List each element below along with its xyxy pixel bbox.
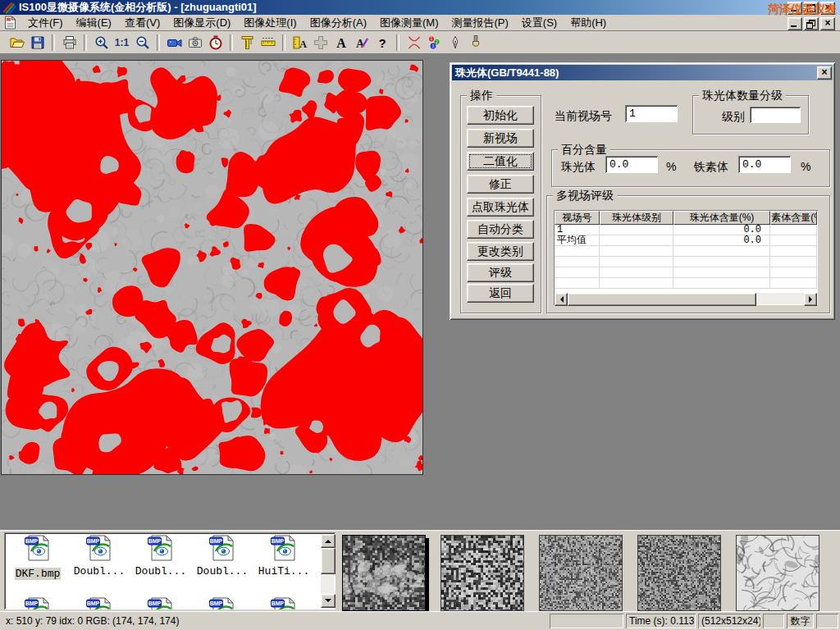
measure-text-button[interactable]: A [290, 32, 310, 52]
grade-input[interactable] [750, 107, 801, 123]
scroll-up-button[interactable] [321, 534, 336, 548]
file-browser: BMP DKF.bmp BMP Doubl... BMP Doubl... BM… [4, 532, 336, 609]
initialize-button[interactable]: 初始化 [467, 106, 534, 125]
auto-classify-button[interactable]: 自动分类 [467, 220, 534, 239]
correct-button[interactable]: 修正 [467, 175, 534, 194]
bmp-file-icon[interactable]: BMP [208, 596, 236, 609]
mdi-minimize-button[interactable] [788, 17, 802, 30]
zoom-out-button[interactable] [132, 32, 153, 52]
metallographic-image[interactable] [2, 61, 422, 474]
curve-tool-button[interactable] [404, 32, 424, 52]
menu-image-analysis[interactable]: 图像分析(A) [304, 15, 373, 30]
binarize-button[interactable]: 二值化 [467, 152, 534, 171]
mdi-close-button[interactable]: × [820, 17, 835, 30]
save-button[interactable] [27, 32, 48, 52]
rate-button[interactable]: 评级 [467, 263, 534, 282]
column-header[interactable]: 视场号 [555, 211, 600, 225]
menu-help[interactable]: 帮助(H) [564, 15, 613, 30]
file-item[interactable]: BMP Doubl... [192, 534, 253, 578]
table-row-empty [555, 257, 817, 267]
menu-image-processing[interactable]: 图像处理(I) [237, 15, 303, 30]
toolbar: 1:1 A A A ? 123 [0, 31, 840, 54]
pearlite-unit: % [666, 160, 676, 173]
scrollbar-thumb[interactable] [568, 293, 756, 306]
scrollbar-thumb[interactable] [321, 548, 336, 574]
bmp-file-icon: BMP [85, 534, 113, 562]
file-item[interactable]: BMP Doubl... [130, 534, 191, 578]
percent-group-label: 百分含量 [558, 143, 610, 158]
file-item[interactable]: BMP DKF.bmp [7, 534, 68, 578]
menu-image-measure[interactable]: 图像测量(M) [373, 15, 445, 30]
pen-tool-button[interactable] [445, 32, 465, 52]
file-item[interactable]: BMP Doubl... [69, 534, 130, 578]
pearlite-percent-input[interactable] [605, 156, 658, 173]
thumbnail[interactable] [637, 535, 721, 611]
file-list-scrollbar[interactable] [321, 534, 334, 608]
menu-edit[interactable]: 编辑(E) [70, 15, 118, 30]
text-annotate-button[interactable]: A [331, 32, 351, 52]
menu-file[interactable]: 文件(F) [21, 15, 70, 30]
bmp-file-icon[interactable]: BMP [147, 596, 175, 609]
timer-icon [208, 34, 224, 51]
file-name: Doubl... [130, 565, 191, 578]
help-button[interactable]: ? [372, 32, 392, 52]
file-name: DKF.bmp [15, 568, 62, 580]
file-item[interactable]: BMP HuiTi... [253, 534, 314, 578]
scrollbar-track[interactable] [321, 574, 334, 594]
thumbnail[interactable] [441, 535, 524, 611]
brush-tool-button[interactable] [465, 32, 486, 52]
scroll-down-button[interactable] [321, 594, 336, 608]
table-horizontal-scrollbar[interactable] [555, 293, 817, 304]
column-header[interactable]: 铁素体含量(%) [770, 211, 817, 225]
table-row[interactable]: 平均值 0.0 [555, 235, 817, 246]
menu-measure-report[interactable]: 测量报告(P) [445, 15, 514, 30]
bmp-file-icon[interactable]: BMP [24, 596, 52, 609]
menu-settings[interactable]: 设置(S) [515, 15, 564, 30]
scroll-right-button[interactable] [804, 293, 817, 306]
return-button[interactable]: 返回 [467, 284, 534, 303]
table-row[interactable]: 1 0.0 [555, 225, 817, 235]
pick-pearlite-button[interactable]: 点取珠光体 [467, 198, 534, 217]
phase-count-button[interactable]: 123 [424, 32, 445, 52]
thumbnail[interactable] [736, 535, 819, 611]
multifield-table[interactable]: 视场号 珠光体级别 珠光体含量(%) 铁素体含量(%) 1 0.0 平均值 0.… [554, 210, 818, 305]
ruler-measure-button[interactable] [258, 32, 278, 52]
dialog-title-bar[interactable]: 珠光体(GB/T9441-88) [452, 65, 833, 80]
status-bar: x: 510 y: 79 idx: 0 RGB: (174, 174, 174)… [0, 611, 840, 630]
ferrite-percent-input[interactable] [738, 156, 791, 173]
zoom-in-button[interactable] [91, 32, 112, 52]
new-field-button[interactable]: 新视场 [467, 129, 534, 148]
menu-image-display[interactable]: 图像显示(D) [167, 15, 237, 30]
svg-text:A: A [299, 39, 307, 50]
column-header[interactable]: 珠光体含量(%) [673, 211, 770, 225]
toolbar-separator [282, 34, 285, 51]
caliper-measure-button[interactable] [237, 32, 258, 52]
thumbnail-selected[interactable] [342, 535, 426, 611]
timer-button[interactable] [205, 32, 226, 52]
column-header[interactable]: 珠光体级别 [600, 211, 673, 225]
ferrite-unit: % [801, 160, 810, 173]
bmp-file-icon[interactable]: BMP [85, 596, 113, 609]
scrollbar-track[interactable] [756, 293, 804, 304]
actual-size-button[interactable]: 1:1 [112, 32, 132, 52]
mdi-restore-button[interactable] [804, 17, 819, 30]
current-field-input[interactable] [625, 105, 678, 122]
open-file-button[interactable] [7, 32, 27, 52]
edit-text-button[interactable]: A [351, 32, 372, 52]
thumbnail[interactable] [539, 535, 623, 611]
snapshot-button[interactable] [185, 32, 205, 52]
scroll-left-button[interactable] [555, 293, 568, 306]
menu-view[interactable]: 查看(V) [118, 15, 167, 30]
merge-button[interactable] [310, 32, 331, 52]
bmp-icon-graphic: BMP [85, 534, 113, 562]
dialog-close-button[interactable]: × [817, 66, 832, 80]
maximize-button[interactable] [804, 2, 819, 15]
change-class-button[interactable]: 更改类别 [467, 242, 534, 261]
edit-text-icon: A [354, 34, 370, 51]
print-button[interactable] [59, 32, 80, 52]
video-capture-button[interactable] [164, 32, 185, 52]
close-button[interactable]: × [820, 2, 835, 15]
bmp-file-icon[interactable]: BMP [270, 596, 298, 609]
bmp-file-icon: BMP [270, 534, 298, 562]
minimize-button[interactable] [788, 2, 802, 15]
